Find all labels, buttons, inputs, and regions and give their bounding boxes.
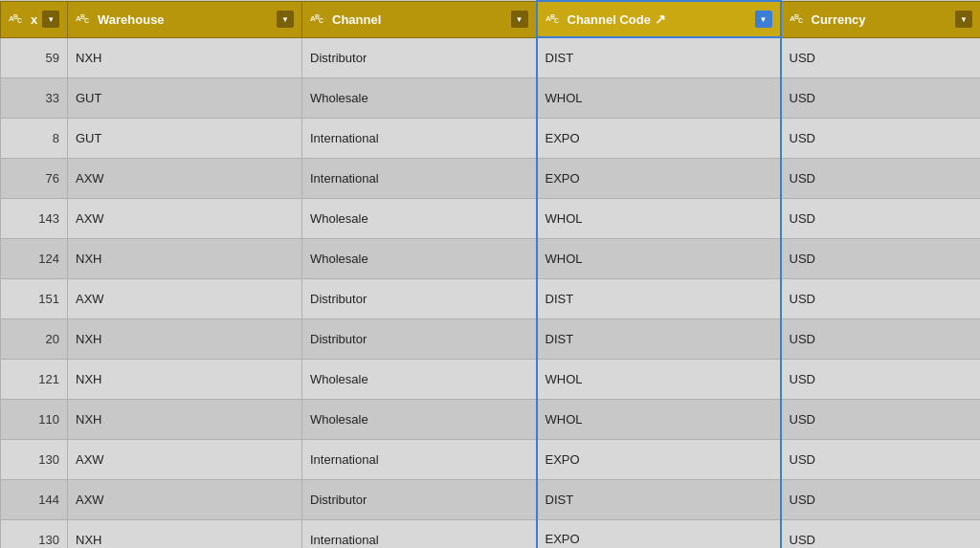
- cell-channel: Wholesale: [302, 198, 537, 238]
- channel_code-type-icon: ABC: [546, 11, 563, 27]
- table-row[interactable]: 59NXHDistributorDISTUSD: [1, 37, 981, 77]
- cell-index: 144: [1, 479, 68, 519]
- cell-currency: USD: [781, 479, 981, 519]
- cell-warehouse: NXH: [68, 399, 302, 439]
- data-table: ABCxABCWarehouseABCChannelABCChannel Cod…: [0, 0, 980, 548]
- cell-channel-code: EXPO: [537, 118, 781, 158]
- table-row[interactable]: 151AXWDistributorDISTUSD: [1, 278, 981, 318]
- cell-index: 33: [1, 77, 68, 118]
- cell-channel: Wholesale: [302, 77, 537, 118]
- table-row[interactable]: 144AXWDistributorDISTUSD: [1, 479, 981, 519]
- table-row[interactable]: 8GUTInternationalEXPOUSD: [1, 118, 981, 158]
- warehouse-type-icon: ABC: [76, 11, 93, 27]
- cell-currency: USD: [781, 158, 981, 198]
- cell-index: 151: [1, 278, 68, 318]
- cell-channel-code: EXPO: [537, 519, 781, 548]
- cell-currency: USD: [781, 37, 981, 77]
- cell-channel-code: EXPO: [537, 439, 781, 479]
- cell-channel: Distributor: [302, 37, 537, 77]
- table-row[interactable]: 110NXHWholesaleWHOLUSD: [1, 399, 981, 439]
- warehouse-header-label: Warehouse: [98, 12, 165, 27]
- currency-header-label: Currency: [812, 12, 866, 27]
- channel_code-header-label: Channel Code↗: [568, 11, 666, 27]
- cell-index: 59: [1, 37, 68, 77]
- cell-warehouse: NXH: [68, 238, 302, 278]
- svg-text:C: C: [798, 17, 803, 24]
- cell-index: 8: [1, 118, 68, 158]
- cell-channel-code: DIST: [537, 318, 781, 359]
- index-header-label: x: [31, 12, 37, 27]
- cell-currency: USD: [781, 118, 981, 158]
- svg-text:C: C: [84, 17, 89, 24]
- cell-warehouse: GUT: [68, 77, 302, 118]
- index-filter-button[interactable]: [42, 11, 59, 28]
- cell-index: 130: [1, 439, 68, 479]
- cell-index: 76: [1, 158, 68, 198]
- warehouse-filter-button[interactable]: [277, 11, 294, 28]
- cell-currency: USD: [781, 439, 981, 479]
- cell-channel-code: WHOL: [537, 359, 781, 399]
- cell-warehouse: GUT: [68, 118, 302, 158]
- cell-channel: Wholesale: [302, 359, 537, 399]
- cell-warehouse: NXH: [68, 359, 302, 399]
- currency-filter-button[interactable]: [955, 11, 972, 28]
- cell-index: 20: [1, 318, 68, 359]
- column-header-index[interactable]: ABCx: [1, 1, 68, 37]
- cell-channel: Distributor: [302, 479, 537, 519]
- table-row[interactable]: 143AXWWholesaleWHOLUSD: [1, 198, 981, 238]
- cell-channel: Wholesale: [302, 399, 537, 439]
- column-header-channel[interactable]: ABCChannel: [302, 1, 537, 37]
- cell-index: 143: [1, 198, 68, 238]
- channel-type-icon: ABC: [310, 11, 327, 27]
- cell-currency: USD: [781, 359, 981, 399]
- cursor-pointer: ↗: [655, 11, 666, 27]
- cell-channel: International: [302, 118, 537, 158]
- cell-warehouse: AXW: [68, 278, 302, 318]
- cell-warehouse: AXW: [68, 479, 302, 519]
- cell-currency: USD: [781, 399, 981, 439]
- cell-index: 130: [1, 519, 68, 548]
- table-row[interactable]: 33GUTWholesaleWHOLUSD: [1, 77, 981, 118]
- table-row[interactable]: 130AXWInternationalEXPOUSD: [1, 439, 981, 479]
- svg-text:C: C: [319, 17, 323, 24]
- cell-currency: USD: [781, 198, 981, 238]
- cell-currency: USD: [781, 318, 981, 359]
- cell-currency: USD: [781, 238, 981, 278]
- cell-channel-code: DIST: [537, 37, 781, 77]
- table-row[interactable]: 121NXHWholesaleWHOLUSD: [1, 359, 981, 399]
- cell-warehouse: NXH: [68, 318, 302, 359]
- cell-index: 124: [1, 238, 68, 278]
- cell-warehouse: NXH: [68, 37, 302, 77]
- svg-text:C: C: [17, 17, 22, 24]
- channel-filter-button[interactable]: [511, 11, 528, 28]
- cell-index: 110: [1, 399, 68, 439]
- cell-currency: USD: [781, 278, 981, 318]
- column-header-channel_code[interactable]: ABCChannel Code↗: [537, 1, 781, 37]
- table-row[interactable]: 76AXWInternationalEXPOUSD: [1, 158, 981, 198]
- column-header-warehouse[interactable]: ABCWarehouse: [68, 1, 302, 37]
- cell-currency: USD: [781, 519, 981, 548]
- table-row[interactable]: 130NXHInternationalEXPOUSD: [1, 519, 981, 548]
- cell-channel: Distributor: [302, 278, 537, 318]
- cell-channel-code: WHOL: [537, 198, 781, 238]
- index-type-icon: ABC: [9, 11, 26, 27]
- column-header-currency[interactable]: ABCCurrency: [781, 1, 981, 37]
- cell-currency: USD: [781, 77, 981, 118]
- cell-channel: International: [302, 158, 537, 198]
- channel_code-filter-button[interactable]: [755, 11, 772, 28]
- cell-channel-code: WHOL: [537, 238, 781, 278]
- cell-warehouse: AXW: [68, 158, 302, 198]
- cell-channel: Wholesale: [302, 238, 537, 278]
- table-row[interactable]: 124NXHWholesaleWHOLUSD: [1, 238, 981, 278]
- cell-channel: International: [302, 439, 537, 479]
- cell-channel-code: DIST: [537, 278, 781, 318]
- cell-index: 121: [1, 359, 68, 399]
- cell-channel-code: DIST: [537, 479, 781, 519]
- cell-channel: International: [302, 519, 537, 548]
- cell-warehouse: NXH: [68, 519, 302, 548]
- cell-channel-code: EXPO: [537, 158, 781, 198]
- cell-warehouse: AXW: [68, 439, 302, 479]
- channel-header-label: Channel: [332, 12, 381, 27]
- cell-channel-code: WHOL: [537, 77, 781, 118]
- table-row[interactable]: 20NXHDistributorDISTUSD: [1, 318, 981, 359]
